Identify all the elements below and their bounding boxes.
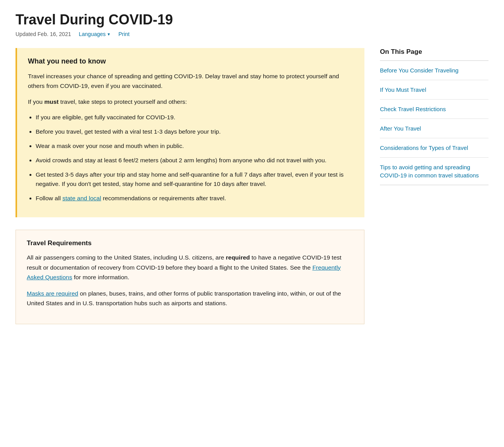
info-box-paragraph2: If you must travel, take steps to protec…	[28, 97, 354, 107]
paragraph2-bold: must	[44, 98, 59, 105]
list-item: Avoid crowds and stay at least 6 feet/2 …	[36, 156, 354, 165]
req-p1-end: for more information.	[72, 274, 129, 280]
sidebar-link-types-of-travel[interactable]: Considerations for Types of Travel	[380, 138, 488, 158]
state-local-link[interactable]: state and local	[62, 195, 101, 201]
sidebar-link-after-travel[interactable]: After You Travel	[380, 119, 488, 138]
requirements-box: Travel Requirements All air passengers c…	[16, 230, 364, 324]
sidebar-link-check-restrictions[interactable]: Check Travel Restrictions	[380, 100, 488, 119]
meta-bar: Updated Feb. 16, 2021 Languages Print	[16, 31, 488, 37]
print-link[interactable]: Print	[118, 31, 129, 37]
requirements-paragraph2: Masks are required on planes, buses, tra…	[27, 289, 353, 308]
info-box-list: If you are eligible, get fully vaccinate…	[36, 113, 354, 203]
sidebar-title: On This Page	[380, 48, 488, 61]
paragraph2-pre: If you	[28, 98, 44, 105]
list-item: Before you travel, get tested with a vir…	[36, 127, 354, 137]
list-item: Wear a mask over your nose and mouth whe…	[36, 141, 354, 151]
bullet6-post: recommendations or requirements after tr…	[101, 195, 226, 201]
content-area: What you need to know Travel increases y…	[16, 48, 364, 337]
requirements-paragraph1: All air passengers coming to the United …	[27, 253, 353, 282]
page-title: Travel During COVID-19	[16, 12, 488, 28]
sidebar-link-before-travel[interactable]: Before You Consider Traveling	[380, 61, 488, 80]
info-box-title: What you need to know	[28, 57, 354, 65]
sidebar-link-if-must-travel[interactable]: If You Must Travel	[380, 80, 488, 100]
updated-date: Updated Feb. 16, 2021	[16, 31, 71, 37]
list-item-state-local: Follow all state and local recommendatio…	[36, 194, 354, 203]
masks-required-link[interactable]: Masks are required	[27, 290, 78, 297]
list-item: Get tested 3-5 days after your trip and …	[36, 170, 354, 189]
paragraph2-post: travel, take steps to protect yourself a…	[59, 98, 187, 105]
requirements-title: Travel Requirements	[27, 239, 353, 247]
sidebar-link-tips[interactable]: Tips to avoid getting and spreading COVI…	[380, 158, 488, 185]
main-layout: What you need to know Travel increases y…	[16, 48, 488, 337]
info-box-paragraph1: Travel increases your chance of spreadin…	[28, 72, 354, 91]
sidebar-navigation: Before You Consider Traveling If You Mus…	[380, 61, 488, 185]
list-item: If you are eligible, get fully vaccinate…	[36, 113, 354, 122]
req-p1-pre: All air passengers coming to the United …	[27, 254, 226, 261]
req-p1-bold: required	[226, 254, 250, 261]
info-box: What you need to know Travel increases y…	[16, 48, 364, 217]
languages-button[interactable]: Languages	[79, 31, 110, 37]
sidebar: On This Page Before You Consider Traveli…	[380, 48, 488, 185]
bullet6-pre: Follow all	[36, 195, 62, 201]
